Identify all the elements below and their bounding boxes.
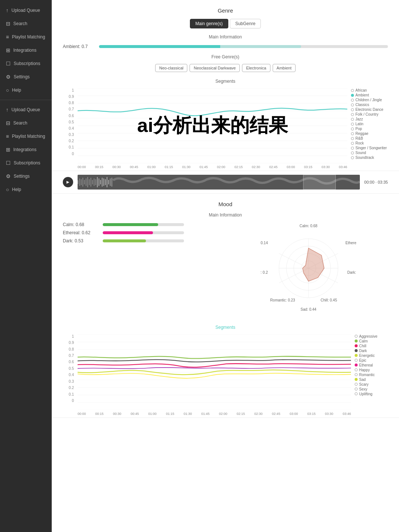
genre-tag-2: Electronica: [242, 64, 270, 72]
chill-mood-line: [78, 364, 351, 367]
legend-calm: Calm: [355, 339, 388, 343]
calm-bar-track: [103, 223, 184, 226]
sidebar-item-integrations-2[interactable]: ⊞ Integrations: [0, 143, 52, 156]
calm-radar-label: Calm: 0.68: [300, 224, 318, 228]
legend-happy-icon: [355, 368, 358, 371]
sidebar-item-integrations[interactable]: ⊞ Integrations: [0, 44, 52, 57]
sidebar-item-search[interactable]: ⊟ Search: [0, 17, 52, 30]
sidebar: ↑ Upload Queue ⊟ Search ≡ Playlist Match…: [0, 0, 52, 532]
svg-rect-17: [87, 177, 88, 187]
sidebar-item-settings[interactable]: ⚙ Settings: [0, 70, 52, 83]
sidebar-item-playlist[interactable]: ≡ Playlist Matching: [0, 30, 52, 44]
radar-chart: Calm: 0.68 Ethereal: 0.62 Dark: 0.53 Chi…: [260, 222, 357, 318]
genre-segments-title: Segments: [63, 79, 388, 84]
sidebar-item-help[interactable]: ○ Help: [0, 83, 52, 97]
sidebar-item-help-2[interactable]: ○ Help: [0, 183, 52, 196]
legend-ethereal-icon: [355, 364, 358, 366]
integrations-icon: ⊞: [6, 47, 10, 53]
sidebar-label: Integrations: [13, 48, 37, 53]
calm-bar-row: Calm: 0.68: [63, 222, 222, 227]
genre-title: Genre: [63, 7, 388, 14]
dark-bar-row: Dark: 0.53: [63, 238, 222, 243]
mood-chart-inner: 00:00 00:15 00:30 00:45 01:00 01:15 01:3…: [78, 334, 351, 410]
sidebar-label: Upload Queue: [11, 8, 40, 13]
main-genre-tab[interactable]: Main genre(s): [190, 19, 228, 28]
upload-icon: ↑: [6, 7, 8, 13]
legend-calm-icon: [355, 340, 358, 342]
legend-epic: Epic: [355, 358, 388, 362]
svg-rect-15: [84, 180, 85, 184]
free-genres-container: Neo-classical Neoclassical Darkwave Elec…: [63, 64, 388, 72]
svg-rect-11: [78, 180, 78, 184]
play-button[interactable]: ▶: [63, 177, 73, 187]
subscriptions-icon: ☐: [6, 61, 11, 66]
legend-item-reggae: Reggae: [351, 132, 388, 136]
legend-romantic: Romantic: [355, 373, 388, 377]
genre-tag-1: Neoclassical Darkwave: [190, 64, 240, 72]
happy-radar-label: Happy: 0.2: [260, 270, 268, 274]
mood-main-info-title: Main Information: [63, 212, 388, 218]
legend-scary-icon: [355, 383, 358, 386]
genre-tag-3: Ambient: [273, 64, 296, 72]
waveform[interactable]: [78, 175, 360, 190]
legend-dark: Dark: [355, 349, 388, 353]
sidebar-label: Search: [13, 21, 27, 26]
help-icon-2: ○: [6, 187, 9, 192]
sidebar-item-upload-queue-2[interactable]: ↑ Upload Queue: [0, 103, 52, 116]
legend-sad-icon: [355, 378, 358, 381]
sidebar-label: Help: [12, 187, 21, 192]
svg-rect-21: [94, 178, 95, 186]
legend-scary: Scary: [355, 382, 388, 386]
subgenre-tab[interactable]: SubGenre: [230, 19, 261, 28]
search-icon: ⊟: [6, 21, 10, 27]
legend-item-latin: Latin: [351, 122, 388, 126]
legend-classics-icon: [351, 103, 354, 106]
legend-romantic-icon: [355, 373, 358, 376]
genre-chart-inner: ai分析出来的结果: [78, 88, 347, 163]
genre-legend: African Ambient Children / Jingle Classi…: [351, 88, 388, 163]
sidebar-item-subscriptions-2[interactable]: ☐ Subscriptions: [0, 156, 52, 170]
dark-radar-label: Dark: 0.53: [347, 270, 357, 274]
ethereal-label: Ethereal: 0.62: [63, 230, 100, 235]
legend-rnb-icon: [351, 137, 354, 140]
main-content: Genre Main genre(s) SubGenre Main Inform…: [52, 0, 399, 532]
search-icon-2: ⊟: [6, 120, 10, 126]
sidebar-item-upload-queue[interactable]: ↑ Upload Queue: [0, 4, 52, 17]
svg-rect-33: [303, 175, 335, 190]
mood-segments-title: Segments: [63, 325, 388, 330]
legend-singer-icon: [351, 147, 354, 150]
sidebar-label: Playlist Matching: [12, 134, 45, 139]
upload-icon-2: ↑: [6, 107, 8, 113]
legend-energetic: Energetic: [355, 354, 388, 358]
free-genres-title: Free Genre(s): [63, 54, 388, 59]
genre-section: Genre Main genre(s) SubGenre Main Inform…: [52, 0, 399, 171]
ambient-label: Ambient: 0.7: [63, 44, 96, 49]
sidebar-item-playlist-2[interactable]: ≡ Playlist Matching: [0, 130, 52, 143]
legend-epic-icon: [355, 359, 358, 362]
legend-reggae-icon: [351, 132, 354, 135]
legend-rock-icon: [351, 142, 354, 145]
svg-rect-29: [107, 177, 108, 187]
legend-item-pop: Pop: [351, 127, 388, 131]
mood-x-axis-labels: 00:00 00:15 00:30 00:45 01:00 01:15 01:3…: [78, 412, 351, 416]
legend-sound-icon: [351, 151, 354, 154]
sidebar-label: Settings: [14, 174, 30, 179]
legend-latin-icon: [351, 123, 354, 126]
sidebar-item-search-2[interactable]: ⊟ Search: [0, 116, 52, 130]
ambient-bar-fill: [99, 45, 301, 48]
ethereal-bar-track: [103, 231, 184, 234]
sidebar-label: Settings: [14, 74, 30, 79]
svg-rect-20: [92, 180, 93, 184]
ethereal-bar-row: Ethereal: 0.62: [63, 230, 222, 235]
sad-mood-line: [78, 373, 351, 378]
svg-rect-19: [91, 178, 91, 187]
sidebar-item-subscriptions[interactable]: ☐ Subscriptions: [0, 57, 52, 70]
sidebar-item-settings-2[interactable]: ⚙ Settings: [0, 170, 52, 183]
legend-item-singer: Singer / Songwriter: [351, 146, 388, 150]
sidebar-label: Playlist Matching: [12, 34, 45, 40]
mood-y-axis: 1 0.9 0.8 0.7 0.6 0.5 0.4 0.3 0.2 0.1 0: [63, 334, 74, 410]
time-display: 00:00 · 03:35: [364, 180, 388, 184]
legend-dark-icon: [355, 349, 358, 352]
svg-rect-28: [105, 179, 106, 185]
legend-chill-icon: [355, 344, 358, 347]
